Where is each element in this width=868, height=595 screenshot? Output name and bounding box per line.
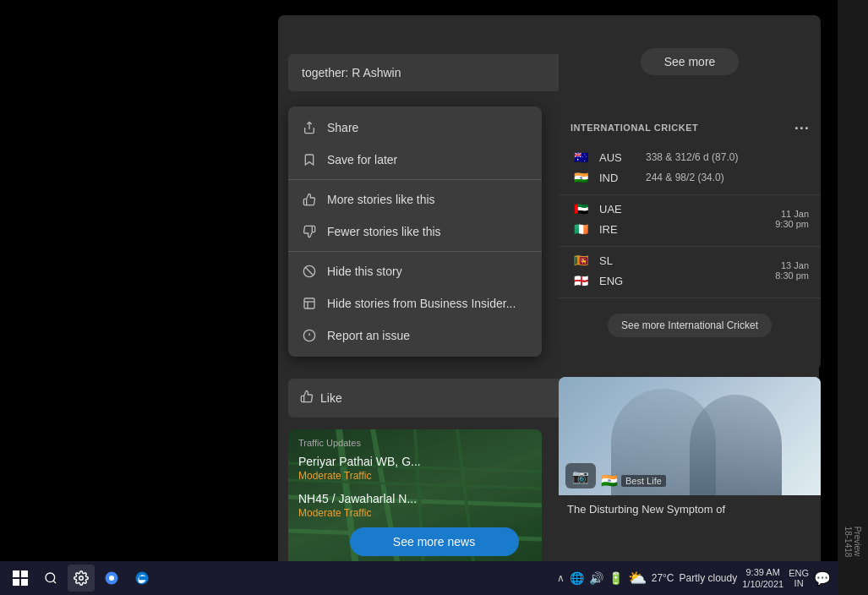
thumbup-icon xyxy=(302,192,317,207)
svg-rect-2 xyxy=(304,298,314,308)
cricket-match-2[interactable]: 🇦🇪 UAE 🇮🇪 IRE 11 Jan 9:30 pm xyxy=(559,195,821,247)
hide-icon xyxy=(302,264,317,279)
uae-flag: 🇦🇪 xyxy=(570,202,591,216)
chrome-logo xyxy=(104,570,119,586)
weather-icon: ⛅ xyxy=(628,569,647,587)
cricket-more-icon[interactable]: ⋯ xyxy=(794,118,810,137)
menu-label-report: Report an issue xyxy=(327,329,410,342)
notification-icon[interactable]: 💬 xyxy=(814,570,831,587)
match-3-time: 13 Jan 8:30 pm xyxy=(775,260,809,281)
taskbar-clock[interactable]: 9:39 AM 1/10/2021 xyxy=(742,566,783,591)
ind-flag: 🇮🇳 xyxy=(570,171,591,184)
thumbdown-icon xyxy=(302,224,317,239)
cricket-panel: INTERNATIONAL CRICKET ⋯ 🇦🇺 AUS 338 & 312… xyxy=(559,108,821,370)
context-menu: Share Save for later More stories like t… xyxy=(288,106,542,357)
see-more-cricket-button[interactable]: See more International Cricket xyxy=(608,314,772,337)
taskbar-settings-icon[interactable] xyxy=(68,565,95,592)
windows-logo xyxy=(13,570,28,586)
network-icon[interactable]: 🌐 xyxy=(570,571,584,585)
aus-score: 338 & 312/6 d (87.0) xyxy=(646,151,809,163)
menu-item-hide-source[interactable]: Hide stories from Business Insider... xyxy=(288,287,542,319)
news-card[interactable]: 📷 🇮🇳 Best Life The Disturbing New Sympto… xyxy=(559,377,821,571)
cricket-match-3[interactable]: 🇱🇰 SL 🏴󠁧󠁢󠁥󠁮󠁧󠁿 ENG 13 Jan 8:30 pm xyxy=(559,247,821,298)
menu-label-share: Share xyxy=(327,121,358,134)
menu-divider-2 xyxy=(288,251,542,252)
traffic-title-2: NH45 / Jawaharlal N... xyxy=(298,492,532,505)
hide-source-icon xyxy=(302,296,317,311)
see-more-cricket-container: See more International Cricket xyxy=(559,298,821,351)
traffic-info: Traffic Updates Periyar Pathai WB, G... … xyxy=(298,438,532,519)
svg-line-21 xyxy=(53,581,56,583)
preview-panel: Preview 18-1418 xyxy=(838,0,868,595)
sl-flag: 🇱🇰 xyxy=(570,254,591,267)
search-icon xyxy=(44,571,57,585)
match-2-time: 11 Jan 9:30 pm xyxy=(775,209,809,229)
temperature: 27°C xyxy=(652,572,674,584)
menu-item-more-like[interactable]: More stories like this xyxy=(288,183,542,216)
menu-divider-1 xyxy=(288,179,542,180)
camera-icon: 📷 xyxy=(565,463,596,489)
menu-label-hide: Hide this story xyxy=(327,265,402,278)
news-source-badge: 🇮🇳 Best Life xyxy=(601,472,666,489)
edge-logo xyxy=(134,570,150,586)
taskbar-edge-icon[interactable] xyxy=(128,565,156,592)
menu-item-hide[interactable]: Hide this story xyxy=(288,255,542,287)
news-source-name: Best Life xyxy=(621,475,666,487)
start-button[interactable] xyxy=(7,565,34,592)
top-story-text: together: R Ashwin xyxy=(302,66,401,79)
clock-date: 1/10/2021 xyxy=(742,578,783,590)
menu-item-share[interactable]: Share xyxy=(288,112,542,144)
cricket-section-label: INTERNATIONAL CRICKET xyxy=(570,123,698,133)
eng-flag: 🏴󠁧󠁢󠁥󠁮󠁧󠁿 xyxy=(570,274,591,287)
menu-label-fewer-like: Fewer stories like this xyxy=(327,225,441,238)
battery-icon[interactable]: 🔋 xyxy=(609,571,623,585)
svg-point-24 xyxy=(109,576,114,581)
aus-code: AUS xyxy=(599,151,637,164)
weather-condition: Partly cloudy xyxy=(680,572,738,584)
match-row-sl: 🇱🇰 SL xyxy=(570,250,775,270)
see-more-news-label: See more news xyxy=(393,535,475,549)
gear-icon xyxy=(74,570,89,586)
systray-chevron[interactable]: ∧ xyxy=(557,572,565,584)
match-3-teams: 🇱🇰 SL 🏴󠁧󠁢󠁥󠁮󠁧󠁿 ENG xyxy=(570,250,775,291)
region-label: IN xyxy=(789,578,809,588)
news-title: The Disturbing New Symptom of xyxy=(559,495,821,524)
bookmark-icon xyxy=(302,152,317,167)
menu-label-hide-source: Hide stories from Business Insider... xyxy=(327,297,516,310)
like-icon xyxy=(300,390,314,407)
match-2-teams: 🇦🇪 UAE 🇮🇪 IRE xyxy=(570,199,775,239)
ire-flag: 🇮🇪 xyxy=(570,222,591,236)
see-more-button[interactable]: See more xyxy=(641,48,740,75)
preview-label: Preview 18-1418 xyxy=(843,527,862,558)
volume-icon[interactable]: 🔊 xyxy=(589,571,603,585)
see-more-card: See more xyxy=(559,15,821,108)
uae-code: UAE xyxy=(599,203,637,216)
traffic-status-1: Moderate Traffic xyxy=(298,470,532,482)
taskbar-right: ∧ 🌐 🔊 🔋 ⛅ 27°C Partly cloudy 9:39 AM 1/1… xyxy=(557,566,831,591)
taskbar: ∧ 🌐 🔊 🔋 ⛅ 27°C Partly cloudy 9:39 AM 1/1… xyxy=(0,561,838,595)
language-label: ENG xyxy=(789,568,809,578)
aus-flag: 🇦🇺 xyxy=(570,150,591,164)
search-button[interactable] xyxy=(37,565,64,592)
share-icon xyxy=(302,120,317,135)
svg-rect-19 xyxy=(21,579,28,586)
menu-item-save[interactable]: Save for later xyxy=(288,144,542,176)
menu-label-more-like: More stories like this xyxy=(327,193,435,206)
traffic-status-2: Moderate Traffic xyxy=(298,507,532,519)
eng-code: ENG xyxy=(599,275,637,287)
like-label[interactable]: Like xyxy=(320,391,342,405)
taskbar-chrome-icon[interactable] xyxy=(98,565,125,592)
traffic-category: Traffic Updates xyxy=(298,438,532,448)
menu-item-report[interactable]: Report an issue xyxy=(288,319,542,352)
clock-time: 9:39 AM xyxy=(742,566,783,578)
cricket-match-1[interactable]: 🇦🇺 AUS 338 & 312/6 d (87.0) 🇮🇳 IND 244 &… xyxy=(559,144,821,195)
ind-score: 244 & 98/2 (34.0) xyxy=(646,172,809,183)
menu-label-save: Save for later xyxy=(327,153,397,166)
language-region[interactable]: ENG IN xyxy=(789,568,809,588)
menu-item-fewer-like[interactable]: Fewer stories like this xyxy=(288,216,542,248)
traffic-title-1: Periyar Pathai WB, G... xyxy=(298,455,532,468)
cricket-header: INTERNATIONAL CRICKET ⋯ xyxy=(559,108,821,144)
match-row-aus: 🇦🇺 AUS 338 & 312/6 d (87.0) xyxy=(570,147,809,167)
see-more-news-bar[interactable]: See more news xyxy=(350,527,519,556)
match-row-uae: 🇦🇪 UAE xyxy=(570,199,775,219)
